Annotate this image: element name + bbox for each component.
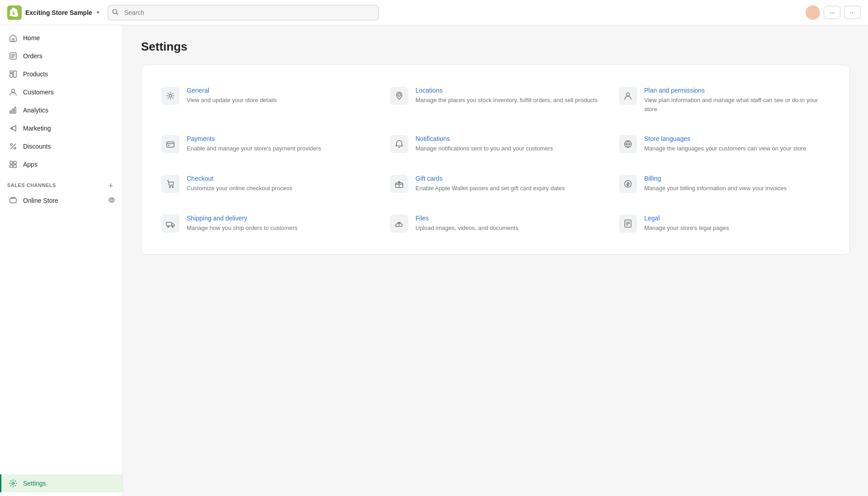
settings-item-files[interactable]: FilesUpload images, videos, and document… bbox=[381, 204, 610, 243]
sidebar-customers-label: Customers bbox=[23, 89, 54, 96]
sales-channels-label: Sales Channels bbox=[7, 182, 56, 188]
payments-desc: Enable and manage your store's payment p… bbox=[187, 144, 372, 153]
search-input[interactable] bbox=[108, 5, 379, 20]
brand-logo[interactable]: Exciting Store Sample ▼ bbox=[7, 5, 100, 20]
home-icon bbox=[9, 33, 18, 42]
svg-point-20 bbox=[169, 94, 172, 97]
sidebar-item-discounts[interactable]: Discounts bbox=[0, 137, 123, 155]
svg-rect-13 bbox=[10, 161, 13, 164]
notifications-content: NotificationsManage notifications sent t… bbox=[415, 135, 601, 153]
legal-icon bbox=[619, 215, 637, 233]
checkout-content: CheckoutCustomize your online checkout p… bbox=[187, 175, 372, 193]
orders-icon bbox=[9, 51, 18, 61]
sidebar-item-apps[interactable]: Apps bbox=[0, 155, 123, 173]
online-store-icon bbox=[9, 196, 18, 205]
settings-item-legal[interactable]: LegalManage your store's legal pages bbox=[610, 204, 839, 243]
store-name-label: Exciting Store Sample bbox=[25, 9, 92, 16]
files-icon bbox=[390, 215, 408, 233]
add-sales-channel-btn[interactable]: ＋ bbox=[106, 181, 115, 190]
search-icon bbox=[112, 9, 118, 16]
shipping-delivery-desc: Manage how you ship orders to customers bbox=[187, 224, 372, 233]
sidebar-item-orders[interactable]: Orders bbox=[0, 47, 123, 65]
shipping-delivery-icon bbox=[161, 215, 179, 233]
settings-item-notifications[interactable]: NotificationsManage notifications sent t… bbox=[381, 124, 610, 164]
notifications-title: Notifications bbox=[415, 135, 601, 142]
svg-rect-4 bbox=[10, 74, 13, 77]
sidebar-item-home[interactable]: Home bbox=[0, 29, 123, 47]
apps-icon bbox=[9, 160, 18, 169]
settings-card: GeneralView and update your store detail… bbox=[141, 65, 850, 255]
eye-icon[interactable] bbox=[108, 197, 115, 205]
notifications-desc: Manage notifications sent to you and you… bbox=[415, 144, 601, 153]
settings-item-checkout[interactable]: CheckoutCustomize your online checkout p… bbox=[152, 164, 381, 204]
store-languages-title: Store languages bbox=[644, 135, 830, 142]
locations-desc: Manage the places you stock inventory, f… bbox=[415, 96, 601, 105]
settings-item-shipping-delivery[interactable]: Shipping and deliveryManage how you ship… bbox=[152, 204, 381, 243]
svg-point-32 bbox=[172, 226, 174, 228]
settings-item-payments[interactable]: PaymentsEnable and manage your store's p… bbox=[152, 124, 381, 164]
legal-desc: Manage your store's legal pages bbox=[644, 224, 830, 233]
settings-item-general[interactable]: GeneralView and update your store detail… bbox=[152, 76, 381, 124]
general-icon bbox=[161, 87, 179, 105]
svg-rect-14 bbox=[14, 161, 16, 164]
shipping-delivery-content: Shipping and deliveryManage how you ship… bbox=[187, 215, 372, 233]
sidebar-item-settings[interactable]: Settings bbox=[0, 474, 123, 492]
analytics-icon bbox=[9, 106, 18, 115]
svg-rect-6 bbox=[10, 71, 13, 73]
checkout-title: Checkout bbox=[187, 175, 372, 182]
svg-rect-9 bbox=[12, 109, 14, 113]
settings-grid: GeneralView and update your store detail… bbox=[152, 76, 839, 243]
sidebar-analytics-label: Analytics bbox=[23, 107, 48, 114]
settings-item-billing[interactable]: BillingManage your billing information a… bbox=[610, 164, 839, 204]
svg-point-11 bbox=[10, 144, 12, 145]
checkout-desc: Customize your online checkout process bbox=[187, 184, 372, 193]
svg-point-18 bbox=[111, 199, 113, 201]
sidebar-products-label: Products bbox=[23, 70, 48, 78]
general-desc: View and update your store details bbox=[187, 96, 372, 105]
sidebar-item-analytics[interactable]: Analytics bbox=[0, 101, 123, 119]
main-content: Settings GeneralView and update your sto… bbox=[123, 25, 868, 496]
svg-point-21 bbox=[398, 94, 401, 96]
topbar-right: ··· ··· bbox=[806, 5, 861, 20]
sales-channels-section: Sales Channels ＋ bbox=[0, 173, 123, 192]
sidebar-online-store-label: Online Store bbox=[23, 197, 58, 204]
svg-point-27 bbox=[172, 187, 174, 188]
settings-item-store-languages[interactable]: Store languagesManage the languages your… bbox=[610, 124, 839, 164]
billing-icon bbox=[619, 175, 637, 193]
svg-line-2 bbox=[116, 13, 118, 15]
general-title: General bbox=[187, 87, 372, 94]
layout: Home Orders Products Customers Analytics bbox=[0, 25, 868, 496]
search-bar bbox=[108, 5, 379, 20]
legal-title: Legal bbox=[644, 215, 830, 222]
store-dropdown-icon: ▼ bbox=[96, 10, 100, 15]
sidebar-item-marketing[interactable]: Marketing bbox=[0, 119, 123, 137]
sidebar-orders-label: Orders bbox=[23, 52, 42, 60]
sidebar-item-customers[interactable]: Customers bbox=[0, 83, 123, 101]
plan-permissions-title: Plan and permissions bbox=[644, 87, 830, 94]
svg-rect-30 bbox=[166, 222, 172, 226]
settings-item-locations[interactable]: LocationsManage the places you stock inv… bbox=[381, 76, 610, 124]
billing-desc: Manage your billing information and view… bbox=[644, 184, 830, 193]
legal-content: LegalManage your store's legal pages bbox=[644, 215, 830, 233]
sidebar-item-products[interactable]: Products bbox=[0, 65, 123, 83]
sidebar-apps-label: Apps bbox=[23, 161, 38, 168]
sidebar: Home Orders Products Customers Analytics bbox=[0, 25, 123, 496]
discounts-icon bbox=[9, 142, 18, 151]
settings-item-plan-permissions[interactable]: Plan and permissionsView plan informatio… bbox=[610, 76, 839, 124]
sidebar-marketing-label: Marketing bbox=[23, 125, 51, 132]
svg-rect-17 bbox=[10, 198, 16, 203]
topbar-btn-1[interactable]: ··· bbox=[824, 6, 840, 19]
sidebar-discounts-label: Discounts bbox=[23, 143, 51, 150]
svg-point-7 bbox=[12, 89, 15, 93]
topbar: Exciting Store Sample ▼ ··· ··· bbox=[0, 0, 868, 25]
shopify-icon bbox=[7, 5, 22, 20]
billing-content: BillingManage your billing information a… bbox=[644, 175, 830, 193]
sidebar-item-online-store[interactable]: Online Store bbox=[0, 192, 123, 210]
store-languages-icon bbox=[619, 135, 637, 153]
plan-permissions-desc: View plan information and manage what st… bbox=[644, 96, 830, 113]
shipping-delivery-title: Shipping and delivery bbox=[187, 215, 372, 222]
files-desc: Upload images, videos, and documents bbox=[415, 224, 601, 233]
locations-icon bbox=[390, 87, 408, 105]
settings-item-gift-cards[interactable]: Gift cardsEnable Apple Wallet passes and… bbox=[381, 164, 610, 204]
topbar-btn-2[interactable]: ··· bbox=[844, 6, 861, 19]
